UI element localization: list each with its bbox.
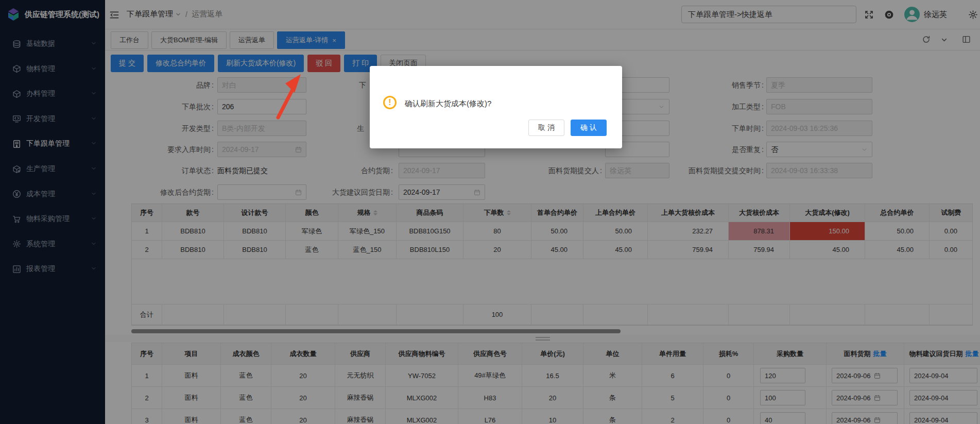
app-root: 供应链管理系统(测试) 基础数据物料管理办料管理开发管理下单跟单管理生产管理成本…: [0, 0, 980, 424]
annotation-arrow-icon: [272, 71, 309, 123]
cancel-button[interactable]: 取 消: [528, 120, 564, 136]
modal-mask-overlay: [0, 0, 980, 424]
warning-exclamation-icon: !: [383, 96, 397, 109]
confirm-message: 确认刷新大货成本(修改)?: [405, 97, 491, 110]
confirm-dialog: ! 确认刷新大货成本(修改)? 取 消 确 认: [370, 66, 622, 148]
confirm-button[interactable]: 确 认: [571, 120, 607, 136]
